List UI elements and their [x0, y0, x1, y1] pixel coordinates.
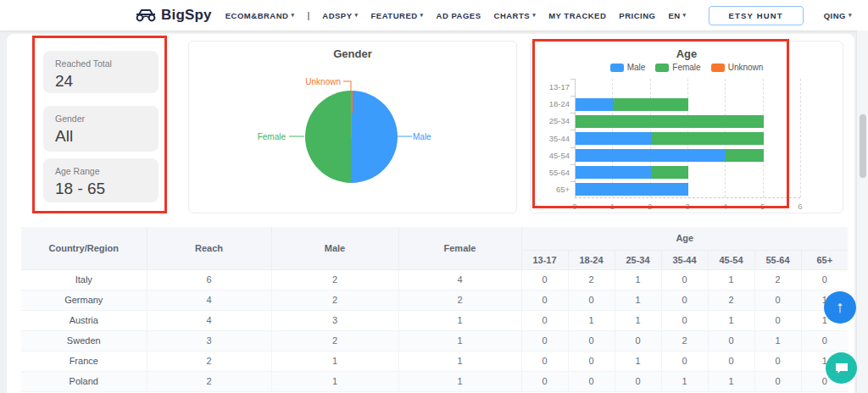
bar-row-55-64[interactable]	[576, 166, 688, 179]
nav-item-ad-pages[interactable]: AD PAGES	[437, 11, 481, 20]
cell-value: 0	[568, 330, 615, 351]
table-row[interactable]: Poland2110001100	[21, 371, 848, 391]
cell-value: 1	[661, 371, 708, 391]
cell-value: 1	[271, 351, 398, 371]
cell-value: 2	[271, 330, 398, 351]
y-axis-label: 18-24	[536, 99, 570, 108]
cell-value: 2	[568, 269, 615, 290]
cell-value: 1	[398, 351, 521, 371]
demographics-table: Country/Region Reach Male Female Age 13-…	[21, 227, 848, 392]
cell-value: 1	[615, 310, 661, 330]
gender-chart-card: Gender Unknown Female Male	[188, 41, 517, 213]
bar-row-35-44[interactable]	[576, 132, 764, 145]
y-axis-label: 65+	[536, 185, 570, 194]
y-axis-tick	[570, 130, 575, 130]
chevron-down-icon: ▾	[420, 12, 424, 19]
nav-item-adspy[interactable]: ADSPY▾	[322, 11, 358, 20]
y-axis-label: 13-17	[536, 82, 570, 91]
age-chart-plot	[575, 79, 800, 198]
cell-value: 2	[754, 269, 801, 290]
nav-item-featured[interactable]: FEATURED▾	[371, 11, 424, 20]
cell-value: 2	[661, 330, 708, 351]
stat-card-gender: Gender All	[43, 106, 159, 152]
legend-item-unknown[interactable]: Unknown	[711, 63, 764, 72]
pie-label-male: Male	[413, 132, 431, 141]
y-axis-label: 55-64	[536, 168, 570, 177]
scrollbar-thumb[interactable]	[860, 114, 866, 178]
scroll-to-top-button[interactable]: ↑	[824, 291, 856, 324]
table-row[interactable]: Italy6240210120	[21, 269, 848, 290]
bar-segment-male	[576, 183, 688, 196]
x-tick-label: 4	[716, 202, 733, 211]
nav-menu: ECOM&BRAND▾|ADSPY▾FEATURED▾AD PAGESCHART…	[225, 10, 687, 20]
top-nav: BigSpy ECOM&BRAND▾|ADSPY▾FEATURED▾AD PAG…	[0, 0, 868, 30]
stat-value: 18 - 65	[55, 180, 147, 198]
cell-value: 0	[521, 310, 568, 330]
cell-value: 0	[521, 371, 568, 391]
nav-item-my-tracked[interactable]: MY TRACKED	[548, 11, 606, 20]
y-axis-tick	[570, 96, 575, 97]
age-chart-card: Age MaleFemaleUnknown 012345613-1718-242…	[530, 41, 843, 213]
legend-label: Female	[672, 63, 700, 72]
brand-name: BigSpy	[161, 7, 212, 24]
col-header-female: Female	[398, 227, 521, 269]
cell-value: 3	[147, 330, 271, 351]
bar-row-18-24[interactable]	[576, 98, 688, 111]
etsy-hunt-button[interactable]: ETSY HUNT	[709, 6, 804, 25]
cell-value: 0	[521, 351, 568, 371]
cell-value: 0	[708, 351, 754, 371]
table-row[interactable]: Germany4220010201	[21, 290, 848, 310]
cell-value: 1	[615, 269, 661, 290]
gender-pie[interactable]	[305, 91, 398, 183]
bar-row-65+[interactable]	[576, 183, 688, 196]
chevron-down-icon: ▾	[355, 12, 359, 19]
cell-value: 0	[754, 310, 801, 330]
cell-value: 1	[754, 330, 801, 351]
main-content: Reached Total 24 Gender All Age Range 18…	[7, 34, 854, 393]
pie-label-unknown: Unknown	[305, 77, 341, 86]
nav-item-ecom-brand[interactable]: ECOM&BRAND▾	[225, 11, 295, 20]
table-row[interactable]: France2110010001	[21, 351, 848, 371]
col-header-age-group: Age	[521, 227, 848, 250]
cell-value: 4	[147, 290, 271, 310]
chat-button[interactable]	[826, 352, 857, 384]
y-axis-tick	[570, 164, 575, 165]
cell-value: 0	[615, 330, 661, 351]
cell-value: 0	[521, 330, 568, 351]
col-header-age-25-34: 25-34	[615, 250, 661, 269]
stat-value: All	[55, 127, 147, 146]
table-body: Italy6240210120Germany4220010201Austria4…	[21, 269, 848, 391]
account-menu[interactable]: QING ▾	[824, 11, 852, 20]
nav-item-en[interactable]: EN▾	[668, 11, 686, 20]
cell-value: 0	[521, 269, 568, 290]
table-row[interactable]: Sweden3210002010	[21, 330, 848, 351]
cell-value: 0	[521, 290, 568, 310]
col-header-reach: Reach	[147, 227, 271, 269]
cell-value: 0	[615, 371, 661, 391]
scrollbar[interactable]	[856, 30, 868, 393]
bar-segment-female	[651, 132, 764, 145]
age-chart-title: Age	[531, 47, 843, 60]
stat-label: Gender	[55, 113, 147, 124]
legend-label: Male	[627, 63, 646, 72]
cell-value: 2	[147, 351, 271, 371]
y-axis-tick	[570, 113, 575, 113]
legend-item-female[interactable]: Female	[655, 63, 700, 72]
legend-swatch	[610, 64, 624, 72]
x-tick-label: 1	[604, 202, 620, 211]
age-chart-legend: MaleFemaleUnknown	[531, 63, 843, 72]
nav-item-charts[interactable]: CHARTS▾	[494, 11, 537, 20]
bar-segment-female	[576, 115, 764, 128]
bar-row-25-34[interactable]	[576, 115, 764, 128]
col-header-country: Country/Region	[21, 227, 147, 269]
nav-item-pricing[interactable]: PRICING	[619, 11, 655, 20]
cell-country: Poland	[21, 371, 147, 391]
legend-item-male[interactable]: Male	[610, 63, 646, 72]
arrow-up-icon: ↑	[836, 298, 844, 317]
bar-segment-female	[613, 98, 688, 111]
cell-value: 0	[754, 290, 801, 310]
table-row[interactable]: Austria4310110101	[21, 310, 848, 330]
bar-row-45-54[interactable]	[576, 149, 764, 162]
cell-country: Sweden	[21, 330, 147, 351]
bigspy-logo[interactable]: BigSpy	[134, 7, 212, 24]
